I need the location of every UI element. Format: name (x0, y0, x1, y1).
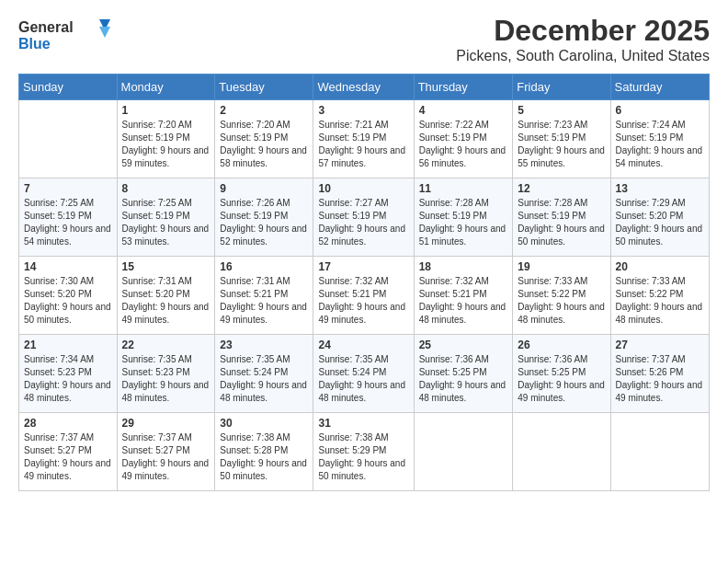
day-info: Sunrise: 7:30 AMSunset: 5:20 PMDaylight:… (24, 275, 112, 327)
calendar-cell: 20Sunrise: 7:33 AMSunset: 5:22 PMDayligh… (610, 257, 709, 335)
day-info: Sunrise: 7:31 AMSunset: 5:20 PMDaylight:… (122, 275, 210, 327)
weekday-header: Saturday (610, 75, 709, 100)
day-number: 18 (419, 260, 508, 273)
day-number: 20 (616, 260, 704, 273)
day-number: 11 (419, 182, 508, 195)
day-number: 31 (318, 417, 408, 430)
day-info: Sunrise: 7:20 AMSunset: 5:19 PMDaylight:… (122, 119, 210, 170)
calendar-week-row: 28Sunrise: 7:37 AMSunset: 5:27 PMDayligh… (19, 413, 710, 491)
day-number: 8 (122, 182, 210, 195)
calendar-week-row: 14Sunrise: 7:30 AMSunset: 5:20 PMDayligh… (19, 257, 710, 335)
calendar-cell: 28Sunrise: 7:37 AMSunset: 5:27 PMDayligh… (19, 413, 118, 491)
day-number: 28 (24, 417, 112, 430)
calendar-week-row: 21Sunrise: 7:34 AMSunset: 5:23 PMDayligh… (19, 335, 710, 413)
calendar-cell: 5Sunrise: 7:23 AMSunset: 5:19 PMDaylight… (513, 100, 610, 178)
calendar-cell: 1Sunrise: 7:20 AMSunset: 5:19 PMDaylight… (117, 100, 215, 178)
page-container: General Blue December 2025 Pickens, Sout… (0, 0, 728, 563)
svg-text:General: General (18, 19, 74, 35)
day-info: Sunrise: 7:26 AMSunset: 5:19 PMDaylight:… (220, 197, 308, 248)
day-info: Sunrise: 7:35 AMSunset: 5:24 PMDaylight:… (220, 353, 308, 405)
day-info: Sunrise: 7:38 AMSunset: 5:29 PMDaylight:… (318, 431, 408, 483)
calendar-table: SundayMondayTuesdayWednesdayThursdayFrid… (18, 74, 710, 491)
calendar-cell: 24Sunrise: 7:35 AMSunset: 5:24 PMDayligh… (313, 335, 414, 413)
calendar-cell: 29Sunrise: 7:37 AMSunset: 5:27 PMDayligh… (117, 413, 215, 491)
calendar-cell: 19Sunrise: 7:33 AMSunset: 5:22 PMDayligh… (513, 257, 610, 335)
day-number: 6 (616, 104, 704, 117)
calendar-cell: 26Sunrise: 7:36 AMSunset: 5:25 PMDayligh… (513, 335, 610, 413)
calendar-cell: 30Sunrise: 7:38 AMSunset: 5:28 PMDayligh… (215, 413, 313, 491)
day-number: 30 (220, 417, 308, 430)
day-info: Sunrise: 7:37 AMSunset: 5:27 PMDaylight:… (24, 431, 112, 483)
calendar-cell: 14Sunrise: 7:30 AMSunset: 5:20 PMDayligh… (19, 257, 118, 335)
day-info: Sunrise: 7:37 AMSunset: 5:27 PMDaylight:… (122, 431, 210, 483)
day-number: 5 (518, 104, 605, 117)
calendar-cell (513, 413, 610, 491)
weekday-header: Sunday (19, 75, 118, 100)
calendar-cell: 16Sunrise: 7:31 AMSunset: 5:21 PMDayligh… (215, 257, 313, 335)
day-info: Sunrise: 7:21 AMSunset: 5:19 PMDaylight:… (318, 119, 408, 170)
day-info: Sunrise: 7:33 AMSunset: 5:22 PMDaylight:… (518, 275, 605, 327)
day-number: 9 (220, 182, 308, 195)
calendar-cell: 23Sunrise: 7:35 AMSunset: 5:24 PMDayligh… (215, 335, 313, 413)
weekday-header: Tuesday (215, 75, 313, 100)
day-number: 17 (318, 260, 408, 273)
day-number: 25 (419, 339, 508, 351)
month-title: December 2025 (456, 14, 710, 48)
day-number: 2 (220, 104, 308, 117)
logo: General Blue (18, 14, 119, 55)
calendar-cell: 2Sunrise: 7:20 AMSunset: 5:19 PMDaylight… (215, 100, 313, 178)
day-info: Sunrise: 7:28 AMSunset: 5:19 PMDaylight:… (419, 197, 508, 248)
svg-text:Blue: Blue (18, 36, 51, 52)
day-number: 23 (220, 339, 308, 351)
day-number: 12 (518, 182, 605, 195)
weekday-header: Thursday (414, 75, 513, 100)
day-number: 1 (122, 104, 210, 117)
calendar-cell: 22Sunrise: 7:35 AMSunset: 5:23 PMDayligh… (117, 335, 215, 413)
calendar-cell: 4Sunrise: 7:22 AMSunset: 5:19 PMDaylight… (414, 100, 513, 178)
calendar-cell: 31Sunrise: 7:38 AMSunset: 5:29 PMDayligh… (313, 413, 414, 491)
day-number: 13 (616, 182, 704, 195)
calendar-cell (19, 100, 118, 178)
day-info: Sunrise: 7:33 AMSunset: 5:22 PMDaylight:… (616, 275, 704, 327)
title-block: December 2025 Pickens, South Carolina, U… (456, 14, 710, 64)
day-info: Sunrise: 7:32 AMSunset: 5:21 PMDaylight:… (419, 275, 508, 327)
calendar-cell (610, 413, 709, 491)
calendar-cell: 10Sunrise: 7:27 AMSunset: 5:19 PMDayligh… (313, 178, 414, 257)
day-info: Sunrise: 7:25 AMSunset: 5:19 PMDaylight:… (122, 197, 210, 248)
weekday-header: Friday (513, 75, 610, 100)
day-number: 7 (24, 182, 112, 195)
calendar-cell: 7Sunrise: 7:25 AMSunset: 5:19 PMDaylight… (19, 178, 118, 257)
day-info: Sunrise: 7:23 AMSunset: 5:19 PMDaylight:… (518, 119, 605, 170)
day-number: 26 (518, 339, 605, 351)
day-number: 22 (122, 339, 210, 351)
calendar-cell: 11Sunrise: 7:28 AMSunset: 5:19 PMDayligh… (414, 178, 513, 257)
calendar-cell: 3Sunrise: 7:21 AMSunset: 5:19 PMDaylight… (313, 100, 414, 178)
day-number: 27 (616, 339, 704, 351)
svg-marker-3 (99, 27, 110, 38)
day-number: 16 (220, 260, 308, 273)
logo-icon: General Blue (18, 14, 119, 55)
calendar-cell: 12Sunrise: 7:28 AMSunset: 5:19 PMDayligh… (513, 178, 610, 257)
calendar-cell: 27Sunrise: 7:37 AMSunset: 5:26 PMDayligh… (610, 335, 709, 413)
day-number: 29 (122, 417, 210, 430)
calendar-cell: 6Sunrise: 7:24 AMSunset: 5:19 PMDaylight… (610, 100, 709, 178)
calendar-cell (414, 413, 513, 491)
calendar-cell: 25Sunrise: 7:36 AMSunset: 5:25 PMDayligh… (414, 335, 513, 413)
calendar-cell: 17Sunrise: 7:32 AMSunset: 5:21 PMDayligh… (313, 257, 414, 335)
day-info: Sunrise: 7:25 AMSunset: 5:19 PMDaylight:… (24, 197, 112, 248)
day-info: Sunrise: 7:22 AMSunset: 5:19 PMDaylight:… (419, 119, 508, 170)
day-number: 4 (419, 104, 508, 117)
weekday-header: Wednesday (313, 75, 414, 100)
day-info: Sunrise: 7:27 AMSunset: 5:19 PMDaylight:… (318, 197, 408, 248)
calendar-cell: 9Sunrise: 7:26 AMSunset: 5:19 PMDaylight… (215, 178, 313, 257)
day-info: Sunrise: 7:24 AMSunset: 5:19 PMDaylight:… (616, 119, 704, 170)
calendar-cell: 13Sunrise: 7:29 AMSunset: 5:20 PMDayligh… (610, 178, 709, 257)
day-info: Sunrise: 7:37 AMSunset: 5:26 PMDaylight:… (616, 353, 704, 405)
day-info: Sunrise: 7:29 AMSunset: 5:20 PMDaylight:… (616, 197, 704, 248)
day-info: Sunrise: 7:31 AMSunset: 5:21 PMDaylight:… (220, 275, 308, 327)
day-info: Sunrise: 7:28 AMSunset: 5:19 PMDaylight:… (518, 197, 605, 248)
calendar-header-row: SundayMondayTuesdayWednesdayThursdayFrid… (19, 75, 710, 100)
day-number: 3 (318, 104, 408, 117)
day-number: 24 (318, 339, 408, 351)
calendar-cell: 15Sunrise: 7:31 AMSunset: 5:20 PMDayligh… (117, 257, 215, 335)
